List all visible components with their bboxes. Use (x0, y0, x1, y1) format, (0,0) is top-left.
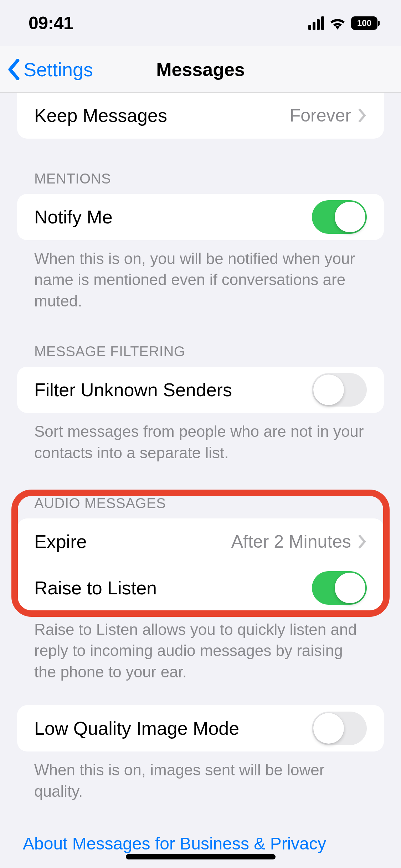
expire-row[interactable]: Expire After 2 Minutes (17, 518, 384, 565)
mentions-group: Notify Me (17, 194, 384, 240)
low-quality-toggle[interactable] (312, 712, 367, 745)
battery-icon: 100 (351, 16, 380, 30)
audio-footer: Raise to Listen allows you to quickly li… (17, 619, 384, 682)
audio-header: AUDIO MESSAGES (17, 495, 384, 511)
mentions-header: MENTIONS (17, 171, 384, 187)
keep-messages-row[interactable]: Keep Messages Forever (17, 92, 384, 139)
raise-to-listen-toggle[interactable] (312, 571, 367, 605)
filtering-footer: Sort messages from people who are not in… (17, 421, 384, 463)
keep-messages-group: Keep Messages Forever (17, 92, 384, 139)
wifi-icon (329, 17, 346, 30)
back-label: Settings (24, 58, 93, 81)
filter-unknown-row[interactable]: Filter Unknown Senders (17, 367, 384, 413)
low-quality-group: Low Quality Image Mode (17, 705, 384, 751)
low-quality-footer: When this is on, images sent will be low… (17, 759, 384, 802)
expire-value: After 2 Minutes (231, 531, 351, 552)
raise-to-listen-label: Raise to Listen (34, 577, 157, 599)
keep-messages-label: Keep Messages (34, 105, 167, 126)
status-bar: 09:41 100 (0, 0, 401, 46)
audio-group: Expire After 2 Minutes Raise to Listen (17, 518, 384, 611)
expire-label: Expire (34, 531, 87, 552)
status-time: 09:41 (29, 13, 73, 33)
low-quality-label: Low Quality Image Mode (34, 718, 239, 739)
chevron-left-icon (7, 59, 20, 80)
about-link[interactable]: About Messages for Business & Privacy (17, 834, 332, 853)
raise-to-listen-row[interactable]: Raise to Listen (17, 565, 384, 611)
filter-unknown-label: Filter Unknown Senders (34, 379, 232, 401)
mentions-footer: When this is on, you will be notified wh… (17, 248, 384, 311)
notify-me-row[interactable]: Notify Me (17, 194, 384, 240)
low-quality-row[interactable]: Low Quality Image Mode (17, 705, 384, 751)
filter-unknown-toggle[interactable] (312, 373, 367, 407)
chevron-right-icon (358, 108, 367, 123)
home-indicator[interactable] (126, 854, 276, 859)
status-indicators: 100 (308, 16, 380, 30)
filtering-group: Filter Unknown Senders (17, 367, 384, 413)
battery-level: 100 (357, 18, 371, 28)
page-title: Messages (156, 59, 245, 80)
cellular-signal-icon (308, 16, 324, 30)
chevron-right-icon (358, 534, 367, 549)
notify-me-label: Notify Me (34, 206, 113, 228)
back-button[interactable]: Settings (7, 58, 93, 81)
navigation-bar: Settings Messages (0, 46, 401, 93)
notify-me-toggle[interactable] (312, 200, 367, 234)
filtering-header: MESSAGE FILTERING (17, 343, 384, 360)
keep-messages-value: Forever (290, 105, 351, 126)
